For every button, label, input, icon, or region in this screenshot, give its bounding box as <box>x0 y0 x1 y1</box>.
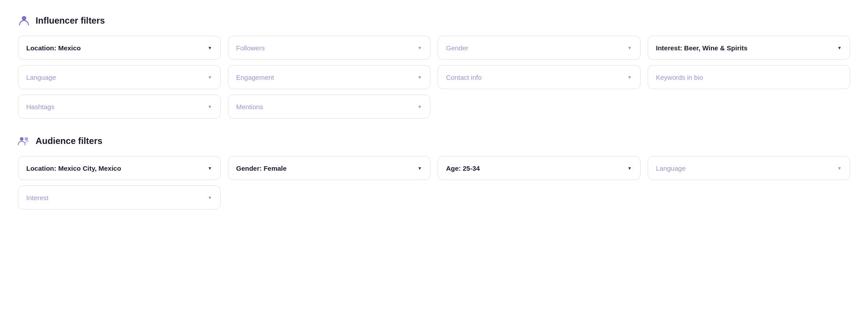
influencer-gender-label: Gender <box>446 44 468 52</box>
audience-location-dropdown[interactable]: Location: Mexico City, Mexico ▼ <box>18 156 221 180</box>
audience-section-header: Audience filters <box>18 135 850 147</box>
influencer-gender-dropdown[interactable]: Gender ▼ <box>438 36 641 60</box>
svg-point-1 <box>20 137 24 141</box>
audience-language-label: Language <box>656 164 686 172</box>
svg-point-2 <box>24 137 28 141</box>
influencer-keywords-bio-dropdown[interactable]: Keywords in bio <box>648 65 851 89</box>
influencer-contact-info-dropdown[interactable]: Contact info ▼ <box>438 65 641 89</box>
audience-language-chevron: ▼ <box>837 166 842 171</box>
influencer-interest-chevron: ▼ <box>837 45 842 50</box>
audience-people-icon <box>18 135 30 147</box>
svg-point-0 <box>22 16 26 21</box>
influencer-mentions-label: Mentions <box>236 103 264 111</box>
influencer-location-dropdown[interactable]: Location: Mexico ▼ <box>18 36 221 60</box>
audience-gender-chevron: ▼ <box>418 166 422 171</box>
influencer-section-header: Influencer filters <box>18 14 850 27</box>
influencer-interest-dropdown[interactable]: Interest: Beer, Wine & Spirits ▼ <box>648 36 851 60</box>
influencer-location-label: Location: Mexico <box>26 44 81 52</box>
influencer-mentions-chevron: ▼ <box>418 104 422 109</box>
influencer-row-2: Language ▼ Engagement ▼ Contact info ▼ K… <box>18 65 850 89</box>
influencer-engagement-chevron: ▼ <box>418 75 422 80</box>
influencer-language-dropdown[interactable]: Language ▼ <box>18 65 221 89</box>
influencer-contact-info-label: Contact info <box>446 74 482 81</box>
influencer-hashtags-label: Hashtags <box>26 103 54 111</box>
influencer-followers-chevron: ▼ <box>418 45 422 50</box>
influencer-followers-dropdown[interactable]: Followers ▼ <box>228 36 431 60</box>
influencer-interest-label: Interest: Beer, Wine & Spirits <box>656 44 748 52</box>
audience-language-dropdown[interactable]: Language ▼ <box>648 156 851 180</box>
audience-age-chevron: ▼ <box>628 166 632 171</box>
influencer-followers-label: Followers <box>236 44 265 52</box>
audience-gender-label: Gender: Female <box>236 164 287 172</box>
influencer-language-label: Language <box>26 74 56 81</box>
audience-age-label: Age: 25-34 <box>446 164 480 172</box>
influencer-row-3: Hashtags ▼ Mentions ▼ <box>18 94 850 119</box>
influencer-location-chevron: ▼ <box>208 45 212 50</box>
audience-section-title: Audience filters <box>36 136 102 146</box>
influencer-engagement-dropdown[interactable]: Engagement ▼ <box>228 65 431 89</box>
audience-age-dropdown[interactable]: Age: 25-34 ▼ <box>438 156 641 180</box>
audience-gender-dropdown[interactable]: Gender: Female ▼ <box>228 156 431 180</box>
influencer-language-chevron: ▼ <box>208 75 212 80</box>
influencer-filters-section: Influencer filters Location: Mexico ▼ Fo… <box>18 14 850 119</box>
audience-location-label: Location: Mexico City, Mexico <box>26 164 121 172</box>
audience-row-2: Interest ▼ <box>18 185 850 209</box>
influencer-engagement-label: Engagement <box>236 74 274 81</box>
audience-filters-section: Audience filters Location: Mexico City, … <box>18 135 850 209</box>
influencer-gender-chevron: ▼ <box>628 45 632 50</box>
influencer-section-title: Influencer filters <box>36 16 105 26</box>
audience-location-chevron: ▼ <box>208 166 212 171</box>
influencer-hashtags-chevron: ▼ <box>208 104 212 109</box>
influencer-hashtags-dropdown[interactable]: Hashtags ▼ <box>18 94 221 119</box>
audience-row-1: Location: Mexico City, Mexico ▼ Gender: … <box>18 156 850 180</box>
audience-interest-chevron: ▼ <box>208 195 212 200</box>
audience-interest-dropdown[interactable]: Interest ▼ <box>18 185 221 209</box>
influencer-row-1: Location: Mexico ▼ Followers ▼ Gender ▼ … <box>18 36 850 60</box>
influencer-contact-info-chevron: ▼ <box>628 75 632 80</box>
influencer-person-icon <box>18 14 30 27</box>
influencer-keywords-bio-label: Keywords in bio <box>656 74 703 81</box>
influencer-mentions-dropdown[interactable]: Mentions ▼ <box>228 94 431 119</box>
audience-interest-label: Interest <box>26 194 49 201</box>
